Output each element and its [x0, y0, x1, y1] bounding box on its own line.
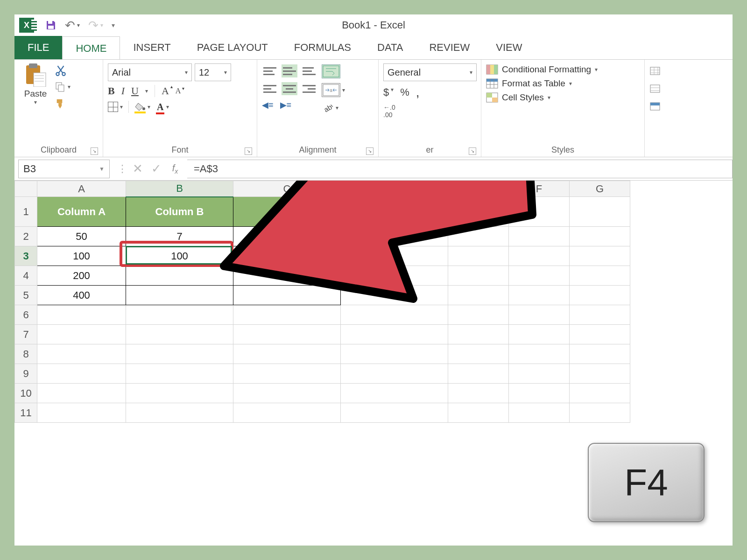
dialog-launcher-icon[interactable]: ↘ [366, 147, 374, 155]
cell[interactable] [126, 403, 233, 423]
dialog-launcher-icon[interactable]: ↘ [91, 147, 98, 155]
cell[interactable] [126, 364, 233, 384]
column-header[interactable]: G [570, 181, 630, 197]
row-header[interactable]: 2 [15, 227, 37, 246]
increase-indent-icon[interactable]: ▶≡ [280, 100, 292, 110]
cell[interactable] [570, 286, 630, 305]
cell[interactable] [448, 305, 509, 325]
cell[interactable] [233, 305, 341, 325]
cell[interactable] [509, 325, 570, 344]
cell[interactable] [570, 246, 630, 266]
cancel-formula-icon[interactable]: ✕ [128, 161, 147, 176]
worksheet-grid[interactable]: ABCDEFG1Column AColumn BCo25073100100420… [14, 181, 733, 423]
cell[interactable] [509, 197, 570, 227]
cell[interactable] [233, 246, 341, 266]
cell[interactable] [509, 227, 570, 246]
cell[interactable] [233, 403, 341, 423]
insert-cells-icon[interactable] [648, 65, 662, 77]
font-size-combo[interactable]: 12▾ [195, 63, 231, 81]
cell[interactable] [37, 344, 126, 364]
cell[interactable] [37, 364, 126, 384]
cell[interactable] [570, 266, 630, 286]
fill-color-button[interactable]: ▾ [134, 102, 150, 112]
cell[interactable] [509, 286, 570, 305]
paste-button[interactable]: Paste ▾ [19, 63, 52, 110]
tab-review[interactable]: REVIEW [416, 36, 483, 59]
dialog-launcher-icon[interactable]: ↘ [469, 147, 476, 155]
cell[interactable] [126, 266, 233, 286]
bold-button[interactable]: B [108, 85, 115, 97]
cell[interactable] [570, 384, 630, 403]
column-header[interactable]: E [448, 181, 509, 197]
cell[interactable]: 100 [37, 246, 126, 266]
cell[interactable] [341, 403, 448, 423]
format-as-table-button[interactable]: Format as Table▾ [486, 78, 640, 89]
borders-button[interactable]: ▾ [108, 102, 123, 112]
cell[interactable] [233, 266, 341, 286]
cell[interactable] [341, 246, 448, 266]
cell[interactable] [509, 246, 570, 266]
undo-button[interactable]: ↶▾ [65, 18, 80, 33]
cell[interactable] [570, 364, 630, 384]
tab-data[interactable]: DATA [364, 36, 416, 59]
cell[interactable] [448, 197, 509, 227]
cell[interactable] [233, 344, 341, 364]
align-left-icon[interactable] [262, 82, 278, 95]
number-format-combo[interactable]: General▾ [383, 63, 477, 81]
row-header[interactable]: 7 [15, 325, 37, 344]
cell[interactable] [509, 403, 570, 423]
cell[interactable] [509, 344, 570, 364]
align-top-icon[interactable] [262, 64, 278, 77]
cell[interactable] [126, 384, 233, 403]
orientation-button[interactable]: ab▾ [322, 102, 345, 114]
cell[interactable]: Column A [37, 197, 126, 227]
tab-file[interactable]: FILE [14, 36, 62, 59]
row-header[interactable]: 9 [15, 364, 37, 384]
name-box[interactable]: B3▼ [18, 160, 110, 178]
cell[interactable]: Co [233, 197, 341, 227]
wrap-text-icon[interactable] [322, 64, 340, 78]
cell[interactable]: 400 [37, 286, 126, 305]
format-cells-icon[interactable] [648, 101, 662, 112]
tab-home[interactable]: HOME [62, 36, 120, 60]
italic-button[interactable]: I [121, 85, 125, 97]
cell[interactable] [37, 305, 126, 325]
enter-formula-icon[interactable]: ✓ [147, 161, 166, 176]
cell[interactable] [570, 197, 630, 227]
dialog-launcher-icon[interactable]: ↘ [245, 147, 252, 155]
increase-font-icon[interactable]: A▴ [162, 85, 169, 97]
cell[interactable] [448, 403, 509, 423]
save-icon[interactable] [45, 20, 56, 31]
cell[interactable] [126, 325, 233, 344]
cell[interactable] [126, 305, 233, 325]
align-center-icon[interactable] [282, 82, 297, 95]
cell[interactable]: 50 [37, 227, 126, 246]
cell[interactable] [509, 364, 570, 384]
cell[interactable]: 200 [37, 266, 126, 286]
cell-styles-button[interactable]: Cell Styles▾ [486, 92, 640, 103]
row-header[interactable]: 11 [15, 403, 37, 423]
copy-icon[interactable]: ▾ [55, 81, 70, 92]
redo-button[interactable]: ↷▾ [88, 18, 103, 33]
tab-formulas[interactable]: FORMULAS [281, 36, 364, 59]
select-all-corner[interactable] [15, 181, 37, 197]
cell[interactable] [509, 305, 570, 325]
cell[interactable] [233, 286, 341, 305]
cell[interactable] [341, 305, 448, 325]
cell[interactable] [448, 246, 509, 266]
cell[interactable] [448, 364, 509, 384]
cell[interactable] [509, 266, 570, 286]
cell[interactable] [233, 325, 341, 344]
tab-insert[interactable]: INSERT [120, 36, 183, 59]
cell[interactable] [341, 197, 448, 227]
underline-button[interactable]: U [131, 85, 139, 97]
row-header[interactable]: 4 [15, 266, 37, 286]
cell[interactable]: 7 [126, 227, 233, 246]
cell[interactable] [448, 227, 509, 246]
conditional-formatting-button[interactable]: Conditional Formatting▾ [486, 64, 640, 75]
row-header[interactable]: 3 [15, 246, 37, 266]
row-header[interactable]: 6 [15, 305, 37, 325]
cell[interactable] [570, 325, 630, 344]
cell[interactable] [448, 384, 509, 403]
tab-page-layout[interactable]: PAGE LAYOUT [184, 36, 281, 59]
